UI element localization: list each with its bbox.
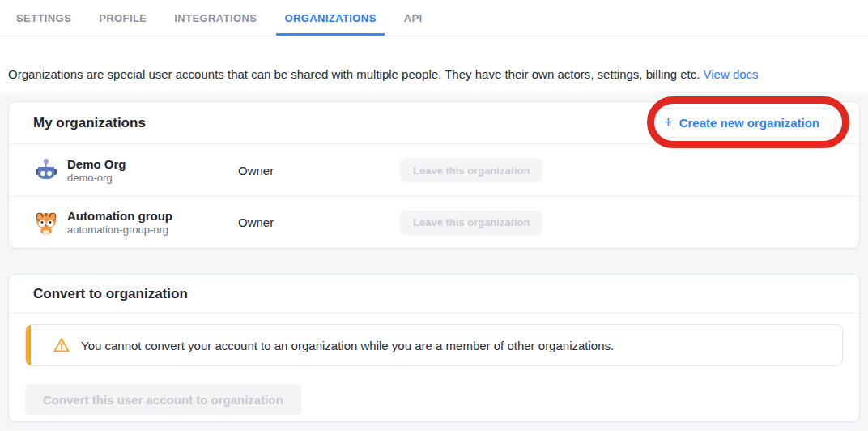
tab-settings[interactable]: SETTINGS [8, 0, 79, 36]
settings-tab-bar: SETTINGS PROFILE INTEGRATIONS ORGANIZATI… [0, 0, 868, 36]
plus-icon: + [664, 115, 673, 130]
organization-slug: automation-group-org [67, 224, 172, 237]
view-docs-link[interactable]: View docs [704, 67, 759, 81]
my-organizations-header: My organizations + Create new organizati… [9, 102, 859, 144]
robot-avatar-icon [33, 157, 59, 183]
leave-organization-button[interactable]: Leave this organization [400, 158, 542, 182]
tab-integrations[interactable]: INTEGRATIONS [166, 0, 265, 36]
tiger-avatar-icon [33, 210, 59, 236]
tab-profile[interactable]: PROFILE [91, 0, 155, 36]
tab-organizations[interactable]: ORGANIZATIONS [276, 0, 384, 36]
convert-to-organization-card: Convert to organization You cannot conve… [8, 274, 860, 422]
organization-name: Demo Org [67, 156, 126, 172]
tab-api[interactable]: API [396, 0, 431, 36]
organization-row-demo-org: Demo Org demo-org Owner Leave this organ… [9, 144, 859, 196]
my-organizations-card: My organizations + Create new organizati… [8, 101, 860, 249]
organization-role: Owner [238, 216, 400, 229]
organization-name: Automation group [67, 208, 172, 224]
organization-name-block: Demo Org demo-org [67, 156, 126, 185]
convert-header: Convert to organization [9, 275, 859, 314]
create-new-organization-label: Create new organization [679, 116, 819, 130]
warning-text: You cannot convert your account to an or… [81, 339, 614, 352]
intro-text: Organizations are special user accounts … [8, 67, 700, 81]
leave-organization-button[interactable]: Leave this organization [400, 211, 542, 235]
convert-title: Convert to organization [33, 286, 188, 302]
create-new-organization-button[interactable]: + Create new organization [649, 108, 835, 138]
organization-identity: Automation group automation-group-org [33, 208, 238, 237]
organization-name-block: Automation group automation-group-org [67, 208, 172, 237]
warning-triangle-icon [53, 336, 70, 354]
my-organizations-title: My organizations [33, 115, 146, 131]
content-area: My organizations + Create new organizati… [0, 92, 868, 431]
organization-role: Owner [238, 164, 400, 177]
organization-row-automation-group: Automation group automation-group-org Ow… [9, 196, 859, 248]
organization-identity: Demo Org demo-org [33, 156, 238, 185]
warning-banner: You cannot convert your account to an or… [25, 324, 843, 366]
convert-account-button[interactable]: Convert this user account to organizatio… [25, 384, 301, 415]
organization-slug: demo-org [67, 172, 126, 185]
organizations-intro: Organizations are special user accounts … [8, 67, 860, 81]
